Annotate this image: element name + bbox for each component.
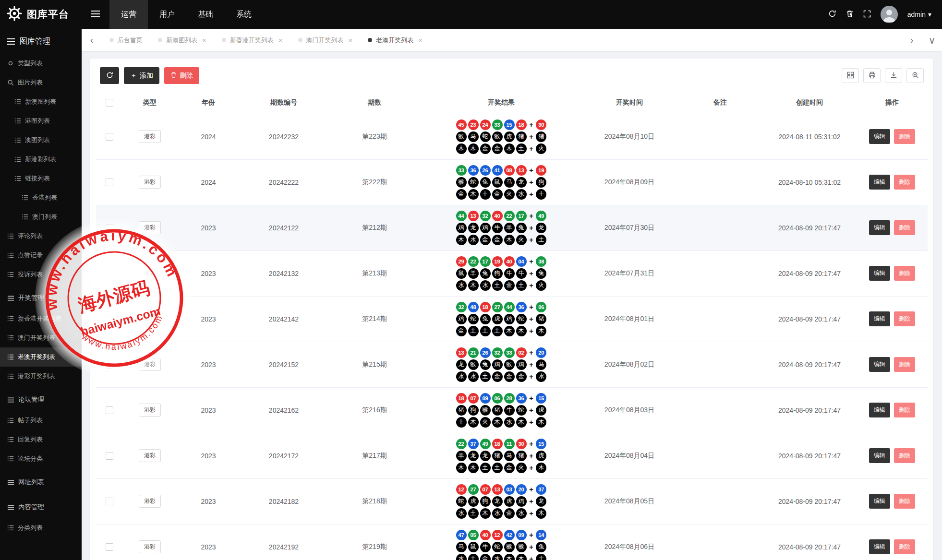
edit-button[interactable]: 编辑 bbox=[869, 266, 890, 281]
edit-button[interactable]: 编辑 bbox=[869, 357, 890, 372]
select-all-checkbox[interactable] bbox=[106, 99, 113, 107]
tab-close-icon[interactable]: × bbox=[278, 36, 283, 44]
row-checkbox[interactable] bbox=[106, 224, 113, 232]
tabs-scroll-right-button[interactable]: › bbox=[902, 29, 922, 51]
delete-row-button[interactable]: 删除 bbox=[894, 357, 915, 372]
row-checkbox[interactable] bbox=[106, 315, 113, 323]
topnav-item[interactable]: 运营 bbox=[109, 0, 148, 29]
table-refresh-button[interactable] bbox=[100, 67, 119, 84]
plus-sign: + bbox=[529, 509, 533, 517]
topnav-item[interactable]: 系统 bbox=[225, 0, 263, 29]
table-row: 港彩202320242162第216期180709062836+15猪狗猴猪牛蛇… bbox=[96, 387, 928, 433]
tab-item[interactable]: 新澳图列表× bbox=[150, 29, 214, 51]
delete-row-button[interactable]: 删除 bbox=[894, 539, 915, 554]
sidebar: 图库管理 类型列表图片列表新澳图列表港图列表澳图列表新港彩列表链接列表香港列表澳… bbox=[0, 29, 82, 560]
lottery-ball: 32 bbox=[456, 302, 467, 312]
search-button[interactable] bbox=[906, 68, 924, 83]
delete-row-button[interactable]: 删除 bbox=[894, 448, 915, 463]
topnav-item[interactable]: 基础 bbox=[186, 0, 225, 29]
sidebar-item[interactable]: 点赞记录 bbox=[0, 246, 82, 265]
lottery-ball: 14 bbox=[536, 530, 546, 540]
edit-button[interactable]: 编辑 bbox=[869, 539, 890, 554]
zodiac-pill: 虎 bbox=[536, 451, 546, 461]
edit-button[interactable]: 编辑 bbox=[869, 494, 890, 509]
edit-button[interactable]: 编辑 bbox=[869, 448, 890, 463]
sidebar-item[interactable]: 港彩开奖列表 bbox=[0, 367, 82, 386]
row-checkbox[interactable] bbox=[106, 361, 113, 369]
sidebar-item[interactable]: 香港列表 bbox=[0, 188, 82, 207]
sidebar-item[interactable]: 网址列表 bbox=[0, 471, 82, 493]
brand[interactable]: 图库平台 bbox=[0, 6, 82, 23]
delete-row-button[interactable]: 删除 bbox=[894, 266, 915, 281]
sidebar-item[interactable]: 港图列表 bbox=[0, 111, 82, 131]
columns-button[interactable] bbox=[842, 68, 859, 83]
sidebar-item[interactable]: 帖子列表 bbox=[0, 411, 82, 430]
row-checkbox[interactable] bbox=[106, 406, 113, 414]
sidebar-item[interactable]: 链接列表 bbox=[0, 169, 82, 188]
tab-item[interactable]: 新香港开奖列表× bbox=[214, 29, 290, 51]
tabs-menu-button[interactable]: ∨ bbox=[922, 29, 942, 51]
row-checkbox[interactable] bbox=[106, 452, 113, 460]
row-checkbox[interactable] bbox=[106, 498, 113, 505]
delete-row-button[interactable]: 删除 bbox=[894, 494, 915, 509]
row-checkbox[interactable] bbox=[106, 543, 113, 551]
sidebar-item[interactable]: 新港彩列表 bbox=[0, 150, 82, 169]
tab-item[interactable]: 澳门开奖列表× bbox=[290, 29, 361, 51]
tab-close-icon[interactable]: × bbox=[418, 36, 423, 44]
edit-button[interactable]: 编辑 bbox=[869, 129, 890, 144]
fullscreen-button[interactable] bbox=[863, 10, 871, 19]
user-menu[interactable]: admin ▾ bbox=[907, 11, 931, 18]
edit-button[interactable]: 编辑 bbox=[869, 311, 890, 326]
print-button[interactable] bbox=[863, 68, 881, 83]
row-checkbox[interactable] bbox=[106, 133, 113, 141]
sidebar-item[interactable]: 内容管理 bbox=[0, 496, 82, 518]
export-button[interactable] bbox=[885, 68, 902, 83]
delete-button[interactable]: 删除 bbox=[164, 67, 199, 84]
edit-button[interactable]: 编辑 bbox=[869, 175, 890, 190]
result-cell: 122707130320+37蛇虎狗龙虎鸡+龙水土木水金水+木 bbox=[422, 478, 581, 524]
refresh-button[interactable] bbox=[828, 10, 836, 19]
sidebar-item[interactable]: 新澳图列表 bbox=[0, 92, 82, 111]
tab-close-icon[interactable]: × bbox=[349, 36, 353, 44]
tab-close-icon[interactable]: × bbox=[202, 36, 206, 44]
delete-row-button[interactable]: 删除 bbox=[894, 175, 915, 190]
sidebar-item[interactable]: 回复列表 bbox=[0, 430, 82, 449]
issue-cell: 第217期 bbox=[327, 433, 422, 478]
sidebar-item[interactable]: 评论列表 bbox=[0, 226, 82, 246]
delete-row-button[interactable]: 删除 bbox=[894, 220, 915, 235]
tabs-scroll-left-button[interactable]: ‹ bbox=[82, 29, 102, 51]
plus-sign: + bbox=[529, 372, 533, 381]
sidebar-item[interactable]: 澳门列表 bbox=[0, 207, 82, 226]
topnav-item[interactable]: 用户 bbox=[148, 0, 186, 29]
sidebar-item[interactable]: 澳图列表 bbox=[0, 131, 82, 150]
delete-row-button[interactable]: 删除 bbox=[894, 403, 915, 417]
tab-item[interactable]: 老澳开奖列表× bbox=[360, 29, 430, 51]
sidebar-item[interactable]: 投诉列表 bbox=[0, 265, 82, 284]
remark-cell bbox=[678, 250, 762, 296]
edit-button[interactable]: 编辑 bbox=[869, 220, 890, 235]
sidebar-collapse-button[interactable] bbox=[82, 0, 109, 29]
clear-cache-button[interactable] bbox=[846, 10, 854, 19]
lottery-ball: 49 bbox=[536, 211, 546, 221]
sidebar-item[interactable]: 类型列表 bbox=[0, 54, 82, 73]
sidebar-item[interactable]: 图片列表 bbox=[0, 73, 82, 92]
row-checkbox[interactable] bbox=[106, 270, 113, 277]
add-button[interactable]: ＋添加 bbox=[124, 67, 159, 84]
result-cell: 324818274436+06鸡蛇兔虎鸡蛇+猪金土土土木木+木 bbox=[422, 296, 581, 342]
tab-item[interactable]: 后台首页 bbox=[102, 29, 150, 51]
sidebar-item[interactable]: 澳门开奖列表 bbox=[0, 328, 82, 347]
sidebar-item[interactable]: 论坛分类 bbox=[0, 449, 82, 468]
sidebar-item[interactable]: 论坛管理 bbox=[0, 389, 82, 411]
sidebar-item[interactable]: 老澳开奖列表 bbox=[0, 347, 82, 367]
sidebar-item[interactable]: 分类列表 bbox=[0, 518, 82, 537]
sidebar-item[interactable]: 开奖管理 bbox=[0, 287, 82, 309]
result-line: 水土木水金水+木 bbox=[422, 507, 581, 519]
avatar[interactable] bbox=[881, 6, 898, 23]
code-cell: 20242232 bbox=[240, 114, 327, 159]
delete-row-button[interactable]: 删除 bbox=[894, 129, 915, 144]
sidebar-header[interactable]: 图库管理 bbox=[0, 29, 82, 54]
row-checkbox[interactable] bbox=[106, 179, 113, 186]
edit-button[interactable]: 编辑 bbox=[869, 403, 890, 417]
delete-row-button[interactable]: 删除 bbox=[894, 311, 915, 326]
sidebar-item[interactable]: 新香港开奖列表 bbox=[0, 309, 82, 328]
